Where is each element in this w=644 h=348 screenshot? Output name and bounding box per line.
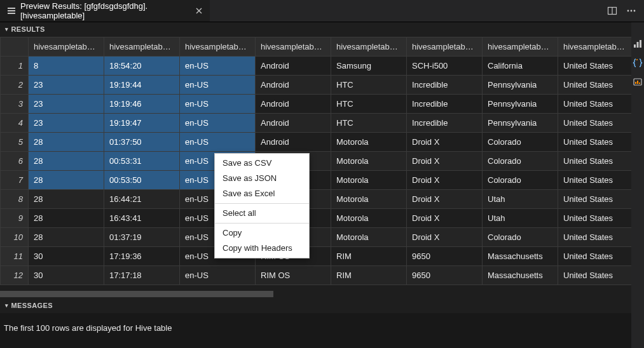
more-actions-icon[interactable] (626, 6, 636, 16)
data-cell[interactable]: Motorola (331, 152, 407, 171)
data-cell[interactable]: United States (558, 209, 632, 228)
column-header[interactable]: hivesampletab… (558, 37, 632, 57)
visualizer-icon[interactable] (631, 76, 644, 88)
data-cell[interactable]: 28 (29, 228, 104, 247)
data-cell[interactable]: Utah (483, 190, 558, 209)
data-cell[interactable]: Droid X (407, 209, 483, 228)
data-cell[interactable]: Android (256, 57, 331, 76)
data-cell[interactable]: Android (256, 114, 331, 133)
data-cell[interactable]: Pennsylvania (483, 114, 558, 133)
data-cell[interactable]: United States (558, 190, 632, 209)
context-menu-item[interactable]: Save as CSV (215, 156, 309, 171)
data-cell[interactable]: HTC (331, 95, 407, 114)
table-row[interactable]: 102801:37:19en-USAndroidMotorolaDroid XC… (1, 228, 632, 247)
json-view-icon[interactable] (631, 57, 644, 69)
data-cell[interactable]: 00:53:31 (104, 152, 180, 171)
column-header[interactable]: hivesampletab… (180, 37, 256, 57)
data-cell[interactable]: Samsung (331, 57, 407, 76)
data-cell[interactable]: Droid X (407, 152, 483, 171)
data-cell[interactable]: RIM (331, 247, 407, 266)
table-row[interactable]: 22319:19:44en-USAndroidHTCIncrediblePenn… (1, 76, 632, 95)
data-cell[interactable]: United States (558, 76, 632, 95)
column-header[interactable]: hivesampletab… (407, 37, 483, 57)
column-header[interactable]: hivesampletab… (29, 37, 104, 57)
table-row[interactable]: 82816:44:21en-USAndroidMotorolaDroid XUt… (1, 190, 632, 209)
row-number-cell[interactable]: 2 (1, 76, 29, 95)
data-cell[interactable]: Incredible (407, 76, 483, 95)
table-row[interactable]: 32319:19:46en-USAndroidHTCIncrediblePenn… (1, 95, 632, 114)
data-cell[interactable]: Colorado (483, 228, 558, 247)
horizontal-scrollbar-thumb[interactable] (0, 291, 273, 297)
context-menu-item[interactable]: Select all (215, 206, 309, 221)
data-cell[interactable]: Incredible (407, 114, 483, 133)
data-cell[interactable]: Droid X (407, 171, 483, 190)
table-row[interactable]: 62800:53:31en-USAndroidMotorolaDroid XCo… (1, 152, 632, 171)
table-row[interactable]: 123017:17:18en-USRIM OSRIM9650Massachuse… (1, 266, 632, 285)
data-cell[interactable]: Droid X (407, 228, 483, 247)
context-menu-item[interactable]: Save as Excel (215, 186, 309, 201)
data-cell[interactable]: 19:19:46 (104, 95, 180, 114)
data-cell[interactable]: Android (256, 95, 331, 114)
data-cell[interactable]: Massachusetts (483, 266, 558, 285)
close-tab-button[interactable] (195, 6, 203, 16)
data-cell[interactable]: United States (558, 247, 632, 266)
data-cell[interactable]: 23 (29, 114, 104, 133)
data-cell[interactable]: 28 (29, 209, 104, 228)
data-cell[interactable]: 23 (29, 76, 104, 95)
messages-section-header[interactable]: ▾ MESSAGES (0, 298, 631, 313)
row-number-cell[interactable]: 3 (1, 95, 29, 114)
data-cell[interactable]: 28 (29, 190, 104, 209)
data-cell[interactable]: Utah (483, 209, 558, 228)
data-cell[interactable]: 16:44:21 (104, 190, 180, 209)
context-menu-item[interactable]: Copy (215, 225, 309, 241)
data-cell[interactable]: California (483, 57, 558, 76)
row-number-cell[interactable]: 5 (1, 133, 29, 152)
column-header[interactable]: hivesampletab… (104, 37, 180, 57)
data-cell[interactable]: en-US (180, 76, 256, 95)
row-number-cell[interactable]: 1 (1, 57, 29, 76)
data-cell[interactable]: Android (256, 76, 331, 95)
data-cell[interactable]: en-US (180, 57, 256, 76)
table-row[interactable]: 52801:37:50en-USAndroidMotorolaDroid XCo… (1, 133, 632, 152)
data-cell[interactable]: RIM OS (256, 266, 331, 285)
row-number-cell[interactable]: 11 (1, 247, 29, 266)
data-cell[interactable]: Massachusetts (483, 247, 558, 266)
data-cell[interactable]: Colorado (483, 133, 558, 152)
data-cell[interactable]: 17:19:36 (104, 247, 180, 266)
data-cell[interactable]: HTC (331, 76, 407, 95)
data-cell[interactable]: Motorola (331, 190, 407, 209)
data-cell[interactable]: Droid X (407, 133, 483, 152)
table-row[interactable]: 92816:43:41en-USAndroidMotorolaDroid XUt… (1, 209, 632, 228)
data-cell[interactable]: Colorado (483, 152, 558, 171)
data-cell[interactable]: United States (558, 266, 632, 285)
data-cell[interactable]: 17:17:18 (104, 266, 180, 285)
data-cell[interactable]: en-US (180, 266, 256, 285)
editor-tab[interactable]: Preview Results: [gfgfdsgdsgfdhg].[hives… (0, 0, 210, 22)
context-menu-item[interactable]: Copy with Headers (215, 241, 309, 256)
data-cell[interactable]: RIM (331, 266, 407, 285)
data-cell[interactable]: Colorado (483, 171, 558, 190)
data-cell[interactable]: HTC (331, 114, 407, 133)
column-header[interactable]: hivesampletab… (331, 37, 407, 57)
row-number-cell[interactable]: 4 (1, 114, 29, 133)
column-header[interactable]: hivesampletab… (256, 37, 331, 57)
data-cell[interactable]: Motorola (331, 228, 407, 247)
data-cell[interactable]: United States (558, 114, 632, 133)
data-cell[interactable]: SCH-i500 (407, 57, 483, 76)
row-number-cell[interactable]: 9 (1, 209, 29, 228)
data-cell[interactable]: 18:54:20 (104, 57, 180, 76)
data-cell[interactable]: Android (256, 133, 331, 152)
row-number-cell[interactable]: 8 (1, 190, 29, 209)
data-cell[interactable]: en-US (180, 95, 256, 114)
data-cell[interactable]: Motorola (331, 209, 407, 228)
data-cell[interactable]: United States (558, 57, 632, 76)
data-cell[interactable]: 9650 (407, 247, 483, 266)
data-cell[interactable]: United States (558, 133, 632, 152)
data-cell[interactable]: United States (558, 228, 632, 247)
row-number-cell[interactable]: 10 (1, 228, 29, 247)
context-menu-item[interactable]: Save as JSON (215, 171, 309, 186)
data-cell[interactable]: 19:19:44 (104, 76, 180, 95)
data-cell[interactable]: 9650 (407, 266, 483, 285)
split-editor-icon[interactable] (607, 6, 617, 16)
data-cell[interactable]: 30 (29, 266, 104, 285)
